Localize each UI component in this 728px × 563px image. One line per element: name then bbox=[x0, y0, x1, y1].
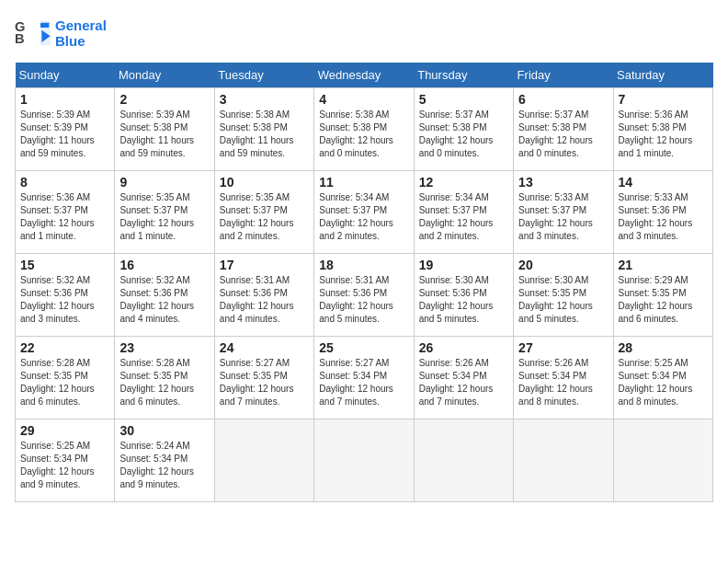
calendar-cell: 22Sunrise: 5:28 AMSunset: 5:35 PMDayligh… bbox=[16, 337, 115, 419]
day-info: Sunrise: 5:25 AMSunset: 5:34 PMDaylight:… bbox=[619, 357, 708, 408]
day-info: Sunrise: 5:39 AMSunset: 5:38 PMDaylight:… bbox=[119, 109, 209, 160]
day-info: Sunrise: 5:28 AMSunset: 5:35 PMDaylight:… bbox=[20, 357, 109, 408]
weekday-header-monday: Monday bbox=[115, 63, 214, 88]
day-number: 4 bbox=[319, 92, 408, 107]
calendar-cell: 23Sunrise: 5:28 AMSunset: 5:35 PMDayligh… bbox=[115, 337, 214, 419]
calendar-cell bbox=[613, 419, 712, 502]
weekday-header-friday: Friday bbox=[514, 63, 613, 88]
day-number: 7 bbox=[619, 92, 708, 107]
day-info: Sunrise: 5:26 AMSunset: 5:34 PMDaylight:… bbox=[419, 357, 508, 408]
calendar-cell bbox=[414, 419, 513, 502]
calendar-cell: 14Sunrise: 5:33 AMSunset: 5:36 PMDayligh… bbox=[613, 171, 712, 254]
calendar-cell: 2Sunrise: 5:39 AMSunset: 5:38 PMDaylight… bbox=[115, 88, 214, 171]
day-number: 15 bbox=[20, 258, 109, 272]
calendar-cell: 10Sunrise: 5:35 AMSunset: 5:37 PMDayligh… bbox=[214, 171, 313, 254]
calendar-cell: 15Sunrise: 5:32 AMSunset: 5:36 PMDayligh… bbox=[16, 254, 115, 337]
day-number: 11 bbox=[319, 175, 408, 190]
calendar-cell: 1Sunrise: 5:39 AMSunset: 5:39 PMDaylight… bbox=[16, 88, 115, 171]
calendar-cell: 19Sunrise: 5:30 AMSunset: 5:36 PMDayligh… bbox=[414, 254, 513, 337]
weekday-header-row: SundayMondayTuesdayWednesdayThursdayFrid… bbox=[16, 63, 713, 88]
svg-text:B: B bbox=[15, 31, 25, 46]
day-number: 2 bbox=[119, 92, 209, 107]
weekday-header-saturday: Saturday bbox=[613, 63, 712, 88]
weekday-header-wednesday: Wednesday bbox=[314, 63, 414, 88]
calendar-week-5: 29Sunrise: 5:25 AMSunset: 5:34 PMDayligh… bbox=[16, 419, 713, 502]
calendar-cell: 18Sunrise: 5:31 AMSunset: 5:36 PMDayligh… bbox=[314, 254, 414, 337]
day-info: Sunrise: 5:25 AMSunset: 5:34 PMDaylight:… bbox=[20, 440, 109, 491]
day-info: Sunrise: 5:37 AMSunset: 5:38 PMDaylight:… bbox=[419, 109, 508, 160]
day-number: 25 bbox=[319, 340, 408, 355]
day-info: Sunrise: 5:37 AMSunset: 5:38 PMDaylight:… bbox=[518, 109, 608, 160]
calendar-cell bbox=[514, 419, 613, 502]
day-info: Sunrise: 5:27 AMSunset: 5:34 PMDaylight:… bbox=[319, 357, 408, 408]
day-info: Sunrise: 5:30 AMSunset: 5:36 PMDaylight:… bbox=[419, 274, 508, 326]
day-info: Sunrise: 5:34 AMSunset: 5:37 PMDaylight:… bbox=[319, 191, 408, 243]
day-number: 12 bbox=[419, 175, 508, 190]
calendar-week-4: 22Sunrise: 5:28 AMSunset: 5:35 PMDayligh… bbox=[16, 337, 713, 419]
day-number: 20 bbox=[518, 258, 608, 272]
day-info: Sunrise: 5:32 AMSunset: 5:36 PMDaylight:… bbox=[20, 274, 109, 326]
day-info: Sunrise: 5:27 AMSunset: 5:35 PMDaylight:… bbox=[220, 357, 309, 408]
day-info: Sunrise: 5:24 AMSunset: 5:34 PMDaylight:… bbox=[119, 440, 209, 491]
day-number: 24 bbox=[220, 340, 309, 355]
calendar-cell: 25Sunrise: 5:27 AMSunset: 5:34 PMDayligh… bbox=[314, 337, 414, 419]
day-number: 10 bbox=[220, 175, 309, 190]
calendar-table: SundayMondayTuesdayWednesdayThursdayFrid… bbox=[15, 63, 713, 502]
weekday-header-thursday: Thursday bbox=[414, 63, 513, 88]
calendar-cell: 13Sunrise: 5:33 AMSunset: 5:37 PMDayligh… bbox=[514, 171, 613, 254]
page-header: G B General Blue bbox=[15, 15, 713, 52]
day-number: 3 bbox=[220, 92, 309, 107]
day-number: 16 bbox=[119, 258, 209, 272]
day-info: Sunrise: 5:33 AMSunset: 5:37 PMDaylight:… bbox=[518, 191, 608, 243]
day-number: 26 bbox=[419, 340, 508, 355]
day-number: 23 bbox=[119, 340, 209, 355]
day-info: Sunrise: 5:29 AMSunset: 5:35 PMDaylight:… bbox=[619, 274, 708, 326]
day-number: 22 bbox=[20, 340, 109, 355]
day-number: 17 bbox=[220, 258, 309, 272]
calendar-cell: 30Sunrise: 5:24 AMSunset: 5:34 PMDayligh… bbox=[115, 419, 214, 502]
day-number: 9 bbox=[119, 175, 209, 190]
day-info: Sunrise: 5:32 AMSunset: 5:36 PMDaylight:… bbox=[119, 274, 209, 326]
day-info: Sunrise: 5:36 AMSunset: 5:38 PMDaylight:… bbox=[619, 109, 708, 160]
day-number: 29 bbox=[20, 423, 109, 438]
day-number: 28 bbox=[619, 340, 708, 355]
calendar-cell: 17Sunrise: 5:31 AMSunset: 5:36 PMDayligh… bbox=[214, 254, 313, 337]
logo-general: General bbox=[55, 17, 107, 33]
day-info: Sunrise: 5:34 AMSunset: 5:37 PMDaylight:… bbox=[419, 191, 508, 243]
calendar-week-3: 15Sunrise: 5:32 AMSunset: 5:36 PMDayligh… bbox=[16, 254, 713, 337]
calendar-cell: 28Sunrise: 5:25 AMSunset: 5:34 PMDayligh… bbox=[613, 337, 712, 419]
day-number: 6 bbox=[518, 92, 608, 107]
day-number: 18 bbox=[319, 258, 408, 272]
day-info: Sunrise: 5:26 AMSunset: 5:34 PMDaylight:… bbox=[518, 357, 608, 408]
day-number: 27 bbox=[518, 340, 608, 355]
day-info: Sunrise: 5:31 AMSunset: 5:36 PMDaylight:… bbox=[220, 274, 309, 326]
day-number: 1 bbox=[20, 92, 109, 107]
day-number: 30 bbox=[119, 423, 209, 438]
calendar-cell: 11Sunrise: 5:34 AMSunset: 5:37 PMDayligh… bbox=[314, 171, 414, 254]
day-info: Sunrise: 5:38 AMSunset: 5:38 PMDaylight:… bbox=[319, 109, 408, 160]
calendar-cell: 21Sunrise: 5:29 AMSunset: 5:35 PMDayligh… bbox=[613, 254, 712, 337]
calendar-cell: 24Sunrise: 5:27 AMSunset: 5:35 PMDayligh… bbox=[214, 337, 313, 419]
logo-blue: Blue bbox=[55, 33, 107, 49]
logo-svg: G B bbox=[15, 15, 51, 52]
weekday-header-tuesday: Tuesday bbox=[214, 63, 313, 88]
calendar-cell: 8Sunrise: 5:36 AMSunset: 5:37 PMDaylight… bbox=[16, 171, 115, 254]
calendar-cell: 9Sunrise: 5:35 AMSunset: 5:37 PMDaylight… bbox=[115, 171, 214, 254]
weekday-header-sunday: Sunday bbox=[16, 63, 115, 88]
logo: G B General Blue bbox=[15, 15, 107, 52]
calendar-cell: 4Sunrise: 5:38 AMSunset: 5:38 PMDaylight… bbox=[314, 88, 414, 171]
day-info: Sunrise: 5:31 AMSunset: 5:36 PMDaylight:… bbox=[319, 274, 408, 326]
day-info: Sunrise: 5:30 AMSunset: 5:35 PMDaylight:… bbox=[518, 274, 608, 326]
calendar-cell: 7Sunrise: 5:36 AMSunset: 5:38 PMDaylight… bbox=[613, 88, 712, 171]
day-info: Sunrise: 5:35 AMSunset: 5:37 PMDaylight:… bbox=[119, 191, 209, 243]
day-info: Sunrise: 5:36 AMSunset: 5:37 PMDaylight:… bbox=[20, 191, 109, 243]
day-info: Sunrise: 5:35 AMSunset: 5:37 PMDaylight:… bbox=[220, 191, 309, 243]
day-number: 5 bbox=[419, 92, 508, 107]
calendar-cell: 26Sunrise: 5:26 AMSunset: 5:34 PMDayligh… bbox=[414, 337, 513, 419]
calendar-cell: 5Sunrise: 5:37 AMSunset: 5:38 PMDaylight… bbox=[414, 88, 513, 171]
calendar-cell: 16Sunrise: 5:32 AMSunset: 5:36 PMDayligh… bbox=[115, 254, 214, 337]
calendar-cell: 12Sunrise: 5:34 AMSunset: 5:37 PMDayligh… bbox=[414, 171, 513, 254]
day-number: 14 bbox=[619, 175, 708, 190]
calendar-cell bbox=[214, 419, 313, 502]
calendar-cell: 29Sunrise: 5:25 AMSunset: 5:34 PMDayligh… bbox=[16, 419, 115, 502]
